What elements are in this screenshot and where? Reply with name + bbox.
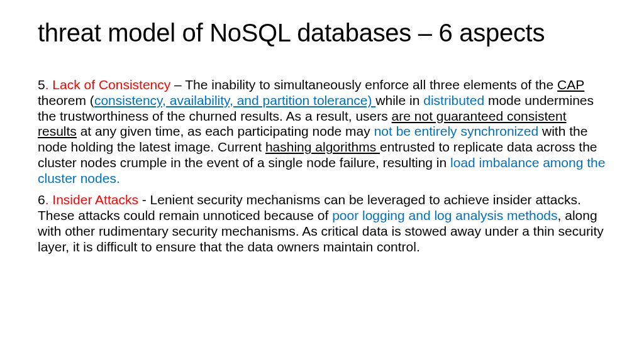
text: at any given time, as each participating… [77, 124, 374, 138]
point-heading: . Lack of Consistency [45, 77, 171, 92]
slide-body: 5. Lack of Consistency – The inability t… [38, 77, 606, 255]
phrase-not-synchronized: not be entirely synchronized [374, 124, 539, 138]
term-hashing-algorithms: hashing algorithms [265, 140, 380, 154]
point-6: 6. Insider Attacks - Lenient security me… [38, 192, 606, 255]
text: while in [375, 93, 423, 107]
point-number: 6 [38, 192, 45, 207]
term-cap-expansion: consistency, availability, and partition… [94, 93, 375, 107]
point-5: 5. Lack of Consistency – The inability t… [38, 77, 606, 186]
text: theorem ( [38, 93, 94, 107]
slide-title: threat model of NoSQL databases – 6 aspe… [38, 19, 606, 47]
slide: threat model of NoSQL databases – 6 aspe… [0, 0, 644, 362]
text: – The inability to simultaneously enforc… [170, 77, 557, 92]
point-heading: . Insider Attacks [45, 192, 138, 207]
phrase-poor-logging: poor logging and log analysis methods [332, 208, 557, 222]
term-distributed: distributed [423, 93, 484, 107]
term-cap: CAP [557, 77, 584, 92]
point-number: 5 [38, 77, 45, 92]
